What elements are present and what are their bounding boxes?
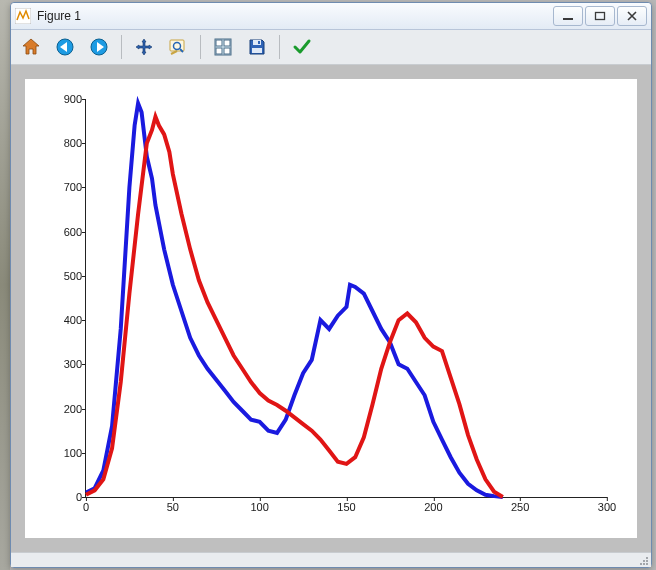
back-button[interactable] <box>51 33 79 61</box>
y-tick: 300 <box>64 358 82 370</box>
zoom-icon <box>168 37 188 57</box>
forward-button[interactable] <box>85 33 113 61</box>
title-bar[interactable]: Figure 1 <box>11 3 651 30</box>
zoom-button[interactable] <box>164 33 192 61</box>
x-tick: 100 <box>250 501 268 513</box>
figure-canvas: 0100200300400500600700800900050100150200… <box>25 79 637 538</box>
y-tick: 600 <box>64 226 82 238</box>
x-tick: 0 <box>83 501 89 513</box>
y-tick: 700 <box>64 181 82 193</box>
back-icon <box>55 37 75 57</box>
toolbar <box>11 30 651 65</box>
svg-point-22 <box>643 560 645 562</box>
home-button[interactable] <box>17 33 45 61</box>
close-button[interactable] <box>617 6 647 26</box>
y-tick: 100 <box>64 447 82 459</box>
home-icon <box>21 37 41 57</box>
save-button[interactable] <box>243 33 271 61</box>
x-tick: 150 <box>337 501 355 513</box>
y-tick: 200 <box>64 403 82 415</box>
minimize-button[interactable] <box>553 6 583 26</box>
subplots-icon <box>213 37 233 57</box>
edit-button[interactable] <box>288 33 316 61</box>
svg-rect-13 <box>216 48 222 54</box>
series-blue <box>86 103 503 497</box>
x-tick: 250 <box>511 501 529 513</box>
svg-rect-14 <box>224 48 230 54</box>
plot-area[interactable]: 0100200300400500600700800900050100150200… <box>11 65 651 552</box>
app-icon <box>15 8 31 24</box>
svg-rect-16 <box>258 41 260 44</box>
svg-rect-12 <box>224 40 230 46</box>
svg-point-23 <box>646 557 648 559</box>
plot-svg <box>86 99 607 497</box>
figure-window: Figure 1 <box>10 2 652 568</box>
x-tick: 50 <box>167 501 179 513</box>
svg-rect-2 <box>596 13 605 20</box>
check-icon <box>292 37 312 57</box>
subplots-button[interactable] <box>209 33 237 61</box>
svg-point-18 <box>646 563 648 565</box>
status-bar <box>11 552 651 567</box>
y-tick: 400 <box>64 314 82 326</box>
maximize-button[interactable] <box>585 6 615 26</box>
resize-grip-icon[interactable] <box>637 554 649 566</box>
svg-marker-3 <box>23 39 39 54</box>
y-tick: 0 <box>76 491 82 503</box>
svg-rect-11 <box>216 40 222 46</box>
svg-point-21 <box>640 563 642 565</box>
y-tick: 900 <box>64 93 82 105</box>
forward-icon <box>89 37 109 57</box>
axes: 0100200300400500600700800900050100150200… <box>85 99 607 498</box>
save-icon <box>247 37 267 57</box>
y-tick: 800 <box>64 137 82 149</box>
y-tick: 500 <box>64 270 82 282</box>
svg-point-20 <box>646 560 648 562</box>
x-tick: 300 <box>598 501 616 513</box>
pan-icon <box>134 37 154 57</box>
window-buttons <box>553 6 647 26</box>
x-tick: 200 <box>424 501 442 513</box>
window-title: Figure 1 <box>37 9 553 23</box>
svg-point-19 <box>643 563 645 565</box>
svg-rect-1 <box>563 18 573 20</box>
svg-rect-17 <box>252 48 262 53</box>
pan-button[interactable] <box>130 33 158 61</box>
